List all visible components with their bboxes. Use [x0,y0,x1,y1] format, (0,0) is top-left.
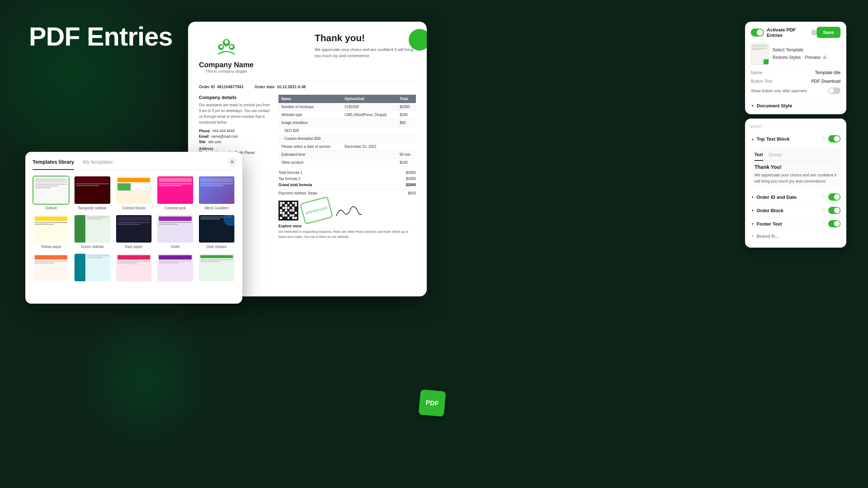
body-panel-card: Body ▲ Top Text Block ⠿ Text Design Than… [745,119,846,248]
template-item-dark-shapes[interactable]: Dark shapes [198,214,235,249]
template-item-r3-4[interactable] [157,253,193,283]
order-id-date-toggle[interactable] [828,193,841,201]
order-id-date-name: Order ID and Date [757,194,797,200]
template-thumb-r3-5 [198,253,235,282]
template-item-mesh[interactable]: Mesh Gradient [198,176,235,210]
modal-tabs: Templates library My templates [33,159,235,170]
template-thumb-colored [115,176,152,205]
drag-handle-top-text[interactable]: ⠿ [822,136,825,141]
template-item-default[interactable]: Default [33,176,69,210]
text-tab[interactable]: Text [754,152,763,161]
activate-toggle[interactable] [751,29,764,37]
template-item-r3-5[interactable] [198,253,235,283]
order-table: Name Option/Unit Total Number of mockups… [278,95,416,167]
phone-label: Phone [199,129,210,133]
template-thumb-green [74,214,111,243]
company-logo-icon [214,33,239,58]
template-item-colored[interactable]: Colored blocks [115,176,152,210]
template-item-burgundy[interactable]: Burgundy sidebar [74,176,111,210]
template-thumb-mesh [198,176,235,205]
template-item-r3-3[interactable] [115,253,152,283]
signature [335,205,363,219]
table-row: Website typeCMS (WordPress, Drupal)$200 [278,111,416,119]
site-label: Site [199,140,205,144]
pdf-floating-badge: PDF [418,389,446,417]
order-date-value: 10.12.2021 6:48 [277,85,306,89]
modal-close-button[interactable]: ✕ [228,158,237,166]
order-block-right: ⠿ [822,207,841,214]
order-id-value: 461154877941 [217,85,243,89]
top-text-block-toggle[interactable] [828,135,841,142]
email-value: name@mail.com [211,134,238,138]
drag-handle-order-id[interactable]: ⠿ [822,194,825,200]
template-item-r3-2[interactable] [74,253,111,283]
activate-panel-card: Activate PDF Entries i Save Select Templ… [745,22,846,114]
thank-you-text: We appreciate your choice and are confid… [315,47,416,59]
document-style-header[interactable]: ▼ Document Style [751,103,841,108]
footer-text-row: ▼ Footer Text ⠿ [751,217,841,231]
table-row: Please select a date of serviceDecember … [278,143,416,151]
table-row: Other product$100 [278,159,416,167]
right-panel: Activate PDF Entries i Save Select Templ… [745,22,846,248]
brand-chevron: ▼ [751,234,754,238]
pdf-header: Company Name This is company slogan Than… [199,33,416,73]
table-row: Number of mockups2×$1000$2000 [278,103,416,111]
name-field-value: Template title [783,70,841,75]
template-name-burgundy: Burgundy sidebar [74,206,111,210]
button-text-value: PDF Download [783,79,841,84]
restore-styles-button[interactable]: Restore Styles [773,55,801,60]
pdf-badge-text: PDF [425,399,439,407]
select-template-button[interactable]: Select Template [773,47,828,52]
template-item-r3-1[interactable] [33,253,69,283]
template-item-green-sidebar[interactable]: Green sidebar [74,214,111,249]
template-name-dark-shapes: Dark shapes [198,245,235,249]
company-details-text: Our assistants are ready to consult you … [199,102,271,125]
preview-icon: ⟳ [822,55,828,60]
order-id-date-chevron: ▼ [751,195,754,199]
brand-row: ▼ Brand R... [751,231,841,242]
template-name-violet: Violet [157,245,193,249]
site-value: site.com [208,140,221,144]
template-item-dark[interactable]: Dark paper [115,214,152,249]
template-item-violet[interactable]: Violet [157,214,193,249]
tab-templates-library[interactable]: Templates library [33,159,74,170]
activate-toggle-knob [757,29,763,36]
design-tab[interactable]: Design [769,152,782,158]
qr-section: APPROVED [278,200,416,221]
panel-fields: Name Template title Button Text PDF Down… [745,70,846,99]
template-thumb-dark-shapes [198,214,235,243]
drag-handle-order-block[interactable]: ⠿ [822,208,825,213]
footer-text-toggle[interactable] [828,220,841,227]
tab-my-templates[interactable]: My templates [83,159,113,166]
table-row: Estimated time50 min [278,151,416,159]
email-row: Email name@mail.com [199,134,271,138]
order-block-row: ▼ Order Block ⠿ [751,204,841,217]
preview-button[interactable]: Preview ⟳ [805,55,828,60]
approved-stamp: APPROVED [300,196,333,225]
thank-you-heading: Thank you! [315,33,416,44]
table-row: SEO $20 [278,127,416,135]
show-button-field-row: Show button only after payment [751,87,841,94]
explore-more-text: are interested in expanding business, th… [278,230,416,239]
order-id-label: Order ID [199,85,215,89]
template-section: Select Template Restore Styles Preview ⟳ [745,43,846,70]
order-block-name: Order Block [757,208,783,213]
col-name-header: Name [278,95,342,103]
templates-grid: Default Burgundy sidebar [33,176,235,283]
show-button-toggle[interactable] [828,87,841,94]
order-block-chevron: ▼ [751,209,754,213]
drag-handle-footer[interactable]: ⠿ [822,221,825,226]
template-item-yellow[interactable]: Yellow paper [33,214,69,249]
template-preview-thumbnail [751,43,769,65]
company-name: Company Name [199,61,254,69]
info-icon[interactable]: i [811,30,816,35]
activate-left: Activate PDF Entries i [751,27,817,38]
template-item-contrast-pink[interactable]: Contrast pink [157,176,193,210]
order-id-date-right: ⠿ [822,193,841,201]
template-name-colored: Colored blocks [115,206,152,210]
template-name-yellow: Yellow paper [33,245,69,249]
brand-left: ▼ Brand R... [751,234,779,239]
save-button[interactable]: Save [817,27,841,38]
order-block-toggle[interactable] [828,207,841,214]
page-title: PDF Entries [29,22,173,51]
